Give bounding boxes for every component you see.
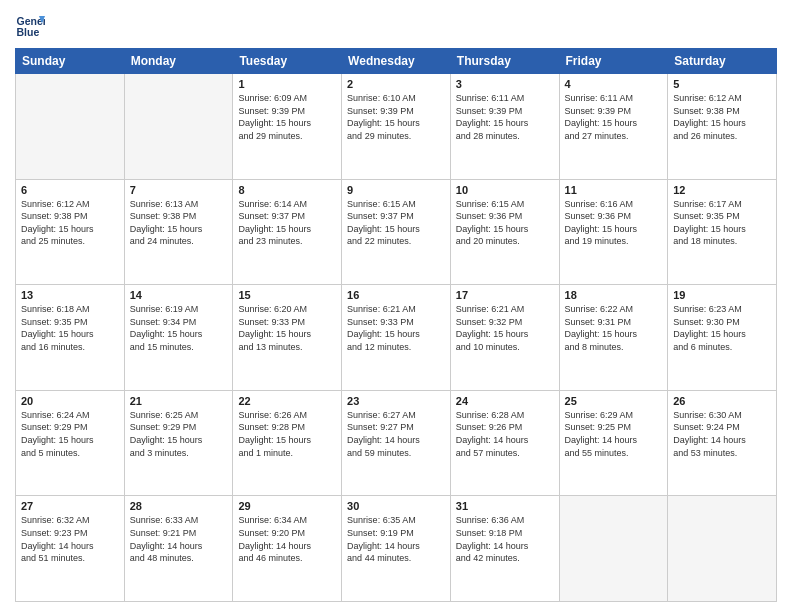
day-info: Sunrise: 6:32 AM Sunset: 9:23 PM Dayligh…	[21, 514, 119, 564]
day-info: Sunrise: 6:15 AM Sunset: 9:36 PM Dayligh…	[456, 198, 554, 248]
day-number: 9	[347, 184, 445, 196]
day-number: 19	[673, 289, 771, 301]
day-cell: 15Sunrise: 6:20 AM Sunset: 9:33 PM Dayli…	[233, 285, 342, 391]
day-cell	[124, 74, 233, 180]
day-info: Sunrise: 6:36 AM Sunset: 9:18 PM Dayligh…	[456, 514, 554, 564]
day-number: 25	[565, 395, 663, 407]
logo-icon: General Blue	[15, 10, 45, 40]
day-cell: 13Sunrise: 6:18 AM Sunset: 9:35 PM Dayli…	[16, 285, 125, 391]
day-cell: 24Sunrise: 6:28 AM Sunset: 9:26 PM Dayli…	[450, 390, 559, 496]
col-header-thursday: Thursday	[450, 49, 559, 74]
col-header-sunday: Sunday	[16, 49, 125, 74]
day-cell: 27Sunrise: 6:32 AM Sunset: 9:23 PM Dayli…	[16, 496, 125, 602]
col-header-friday: Friday	[559, 49, 668, 74]
day-number: 28	[130, 500, 228, 512]
day-number: 14	[130, 289, 228, 301]
day-number: 8	[238, 184, 336, 196]
day-info: Sunrise: 6:18 AM Sunset: 9:35 PM Dayligh…	[21, 303, 119, 353]
day-number: 26	[673, 395, 771, 407]
day-cell: 29Sunrise: 6:34 AM Sunset: 9:20 PM Dayli…	[233, 496, 342, 602]
day-info: Sunrise: 6:24 AM Sunset: 9:29 PM Dayligh…	[21, 409, 119, 459]
day-cell: 8Sunrise: 6:14 AM Sunset: 9:37 PM Daylig…	[233, 179, 342, 285]
day-number: 2	[347, 78, 445, 90]
day-info: Sunrise: 6:22 AM Sunset: 9:31 PM Dayligh…	[565, 303, 663, 353]
day-info: Sunrise: 6:21 AM Sunset: 9:32 PM Dayligh…	[456, 303, 554, 353]
week-row-2: 13Sunrise: 6:18 AM Sunset: 9:35 PM Dayli…	[16, 285, 777, 391]
day-info: Sunrise: 6:12 AM Sunset: 9:38 PM Dayligh…	[673, 92, 771, 142]
day-info: Sunrise: 6:35 AM Sunset: 9:19 PM Dayligh…	[347, 514, 445, 564]
day-number: 22	[238, 395, 336, 407]
day-number: 31	[456, 500, 554, 512]
day-number: 23	[347, 395, 445, 407]
day-cell: 5Sunrise: 6:12 AM Sunset: 9:38 PM Daylig…	[668, 74, 777, 180]
day-info: Sunrise: 6:11 AM Sunset: 9:39 PM Dayligh…	[565, 92, 663, 142]
day-cell: 20Sunrise: 6:24 AM Sunset: 9:29 PM Dayli…	[16, 390, 125, 496]
day-info: Sunrise: 6:29 AM Sunset: 9:25 PM Dayligh…	[565, 409, 663, 459]
day-info: Sunrise: 6:15 AM Sunset: 9:37 PM Dayligh…	[347, 198, 445, 248]
day-cell	[668, 496, 777, 602]
day-cell: 10Sunrise: 6:15 AM Sunset: 9:36 PM Dayli…	[450, 179, 559, 285]
day-cell: 16Sunrise: 6:21 AM Sunset: 9:33 PM Dayli…	[342, 285, 451, 391]
day-info: Sunrise: 6:11 AM Sunset: 9:39 PM Dayligh…	[456, 92, 554, 142]
calendar-header-row: SundayMondayTuesdayWednesdayThursdayFrid…	[16, 49, 777, 74]
day-info: Sunrise: 6:20 AM Sunset: 9:33 PM Dayligh…	[238, 303, 336, 353]
day-number: 12	[673, 184, 771, 196]
day-number: 4	[565, 78, 663, 90]
day-number: 10	[456, 184, 554, 196]
day-info: Sunrise: 6:26 AM Sunset: 9:28 PM Dayligh…	[238, 409, 336, 459]
day-cell: 14Sunrise: 6:19 AM Sunset: 9:34 PM Dayli…	[124, 285, 233, 391]
week-row-4: 27Sunrise: 6:32 AM Sunset: 9:23 PM Dayli…	[16, 496, 777, 602]
day-cell: 31Sunrise: 6:36 AM Sunset: 9:18 PM Dayli…	[450, 496, 559, 602]
day-number: 21	[130, 395, 228, 407]
day-cell: 22Sunrise: 6:26 AM Sunset: 9:28 PM Dayli…	[233, 390, 342, 496]
day-cell: 2Sunrise: 6:10 AM Sunset: 9:39 PM Daylig…	[342, 74, 451, 180]
day-number: 5	[673, 78, 771, 90]
day-cell: 1Sunrise: 6:09 AM Sunset: 9:39 PM Daylig…	[233, 74, 342, 180]
header: General Blue	[15, 10, 777, 40]
day-number: 3	[456, 78, 554, 90]
week-row-0: 1Sunrise: 6:09 AM Sunset: 9:39 PM Daylig…	[16, 74, 777, 180]
day-number: 13	[21, 289, 119, 301]
day-number: 24	[456, 395, 554, 407]
day-info: Sunrise: 6:12 AM Sunset: 9:38 PM Dayligh…	[21, 198, 119, 248]
day-number: 20	[21, 395, 119, 407]
day-number: 30	[347, 500, 445, 512]
day-cell: 11Sunrise: 6:16 AM Sunset: 9:36 PM Dayli…	[559, 179, 668, 285]
day-cell: 30Sunrise: 6:35 AM Sunset: 9:19 PM Dayli…	[342, 496, 451, 602]
day-info: Sunrise: 6:30 AM Sunset: 9:24 PM Dayligh…	[673, 409, 771, 459]
col-header-tuesday: Tuesday	[233, 49, 342, 74]
day-cell: 6Sunrise: 6:12 AM Sunset: 9:38 PM Daylig…	[16, 179, 125, 285]
calendar-table: SundayMondayTuesdayWednesdayThursdayFrid…	[15, 48, 777, 602]
day-info: Sunrise: 6:34 AM Sunset: 9:20 PM Dayligh…	[238, 514, 336, 564]
day-cell: 18Sunrise: 6:22 AM Sunset: 9:31 PM Dayli…	[559, 285, 668, 391]
day-info: Sunrise: 6:09 AM Sunset: 9:39 PM Dayligh…	[238, 92, 336, 142]
day-info: Sunrise: 6:27 AM Sunset: 9:27 PM Dayligh…	[347, 409, 445, 459]
day-number: 7	[130, 184, 228, 196]
day-cell: 17Sunrise: 6:21 AM Sunset: 9:32 PM Dayli…	[450, 285, 559, 391]
day-cell: 23Sunrise: 6:27 AM Sunset: 9:27 PM Dayli…	[342, 390, 451, 496]
col-header-monday: Monday	[124, 49, 233, 74]
day-info: Sunrise: 6:17 AM Sunset: 9:35 PM Dayligh…	[673, 198, 771, 248]
day-cell: 26Sunrise: 6:30 AM Sunset: 9:24 PM Dayli…	[668, 390, 777, 496]
day-cell: 25Sunrise: 6:29 AM Sunset: 9:25 PM Dayli…	[559, 390, 668, 496]
day-number: 15	[238, 289, 336, 301]
day-info: Sunrise: 6:25 AM Sunset: 9:29 PM Dayligh…	[130, 409, 228, 459]
day-cell	[16, 74, 125, 180]
day-info: Sunrise: 6:16 AM Sunset: 9:36 PM Dayligh…	[565, 198, 663, 248]
logo: General Blue	[15, 10, 49, 40]
day-number: 16	[347, 289, 445, 301]
day-cell: 9Sunrise: 6:15 AM Sunset: 9:37 PM Daylig…	[342, 179, 451, 285]
day-number: 6	[21, 184, 119, 196]
week-row-3: 20Sunrise: 6:24 AM Sunset: 9:29 PM Dayli…	[16, 390, 777, 496]
day-number: 18	[565, 289, 663, 301]
page: General Blue SundayMondayTuesdayWednesda…	[0, 0, 792, 612]
day-cell: 4Sunrise: 6:11 AM Sunset: 9:39 PM Daylig…	[559, 74, 668, 180]
day-number: 27	[21, 500, 119, 512]
day-number: 29	[238, 500, 336, 512]
day-info: Sunrise: 6:14 AM Sunset: 9:37 PM Dayligh…	[238, 198, 336, 248]
day-number: 17	[456, 289, 554, 301]
day-info: Sunrise: 6:23 AM Sunset: 9:30 PM Dayligh…	[673, 303, 771, 353]
day-info: Sunrise: 6:21 AM Sunset: 9:33 PM Dayligh…	[347, 303, 445, 353]
day-cell: 12Sunrise: 6:17 AM Sunset: 9:35 PM Dayli…	[668, 179, 777, 285]
day-cell	[559, 496, 668, 602]
